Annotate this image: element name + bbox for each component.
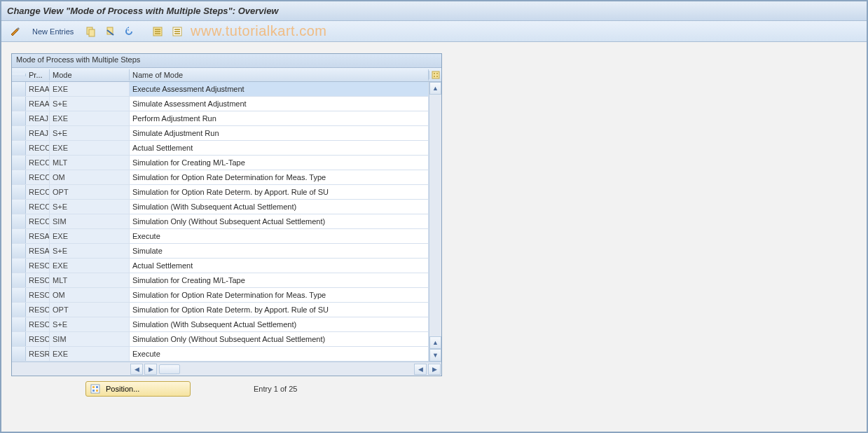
- table-row[interactable]: RECOSIMSimulation Only (Without Subseque…: [12, 214, 429, 229]
- table-row[interactable]: RESCEXEActual Settlement: [12, 259, 429, 273]
- row-selector[interactable]: [12, 317, 26, 331]
- row-selector[interactable]: [12, 332, 26, 346]
- scroll-down-icon[interactable]: ▼: [429, 349, 441, 362]
- scroll-left2-icon[interactable]: ◀: [414, 364, 427, 375]
- row-selector[interactable]: [12, 303, 26, 317]
- row-selector[interactable]: [12, 259, 26, 273]
- table-row[interactable]: RESAEXEExecute: [12, 229, 429, 244]
- cell-mode: OM: [50, 170, 130, 184]
- svg-rect-19: [96, 386, 98, 388]
- select-all-icon[interactable]: [149, 24, 166, 39]
- table-row[interactable]: RECOOMSimulation for Option Rate Determi…: [12, 170, 429, 185]
- scroll-right2-icon[interactable]: ▶: [428, 364, 441, 375]
- cell-name[interactable]: Actual Settlement: [130, 141, 429, 155]
- svg-rect-20: [92, 390, 95, 392]
- cell-pr: RESC: [26, 303, 50, 317]
- cell-name[interactable]: Actual Settlement: [130, 259, 429, 273]
- table-row[interactable]: REAJS+ESimulate Adjustment Run: [12, 126, 429, 141]
- delete-icon[interactable]: [102, 24, 118, 39]
- header-select[interactable]: [12, 74, 26, 76]
- row-selector[interactable]: [12, 347, 26, 361]
- svg-rect-16: [436, 76, 438, 77]
- cell-name[interactable]: Simulation Only (Without Subsequent Actu…: [130, 214, 429, 228]
- cell-name[interactable]: Simulation (With Subsequent Actual Settl…: [130, 317, 429, 331]
- cell-mode: OPT: [50, 185, 130, 199]
- table-row[interactable]: RESCS+ESimulation (With Subsequent Actua…: [12, 317, 429, 332]
- table-container: Mode of Process with Multiple Steps Pr..…: [11, 53, 442, 376]
- row-selector[interactable]: [12, 229, 26, 243]
- cell-name[interactable]: Simulation for Option Rate Determination…: [130, 288, 429, 302]
- table-row[interactable]: RESCSIMSimulation Only (Without Subseque…: [12, 332, 429, 347]
- cell-name[interactable]: Simulation for Option Rate Determination…: [130, 170, 429, 184]
- row-selector[interactable]: [12, 141, 26, 155]
- row-selector[interactable]: [12, 273, 26, 287]
- title-bar: Change View "Mode of Process with Multip…: [1, 1, 867, 21]
- copy-icon[interactable]: [82, 24, 99, 39]
- row-selector[interactable]: [12, 214, 26, 228]
- scroll-right-icon[interactable]: ▶: [144, 364, 157, 375]
- svg-rect-6: [155, 31, 160, 32]
- cell-name[interactable]: Simulation for Option Rate Determ. by Ap…: [130, 303, 429, 317]
- table-row[interactable]: REAJEXEPerform Adjustment Run: [12, 111, 429, 126]
- table-row[interactable]: RECOS+ESimulation (With Subsequent Actua…: [12, 200, 429, 214]
- cell-pr: REAA: [26, 97, 50, 111]
- cell-name[interactable]: Simulate Adjustment Run: [130, 126, 429, 140]
- cell-name[interactable]: Simulation (With Subsequent Actual Settl…: [130, 200, 429, 214]
- table-row[interactable]: RESREXEExecute: [12, 347, 429, 362]
- table-row[interactable]: RECOOPTSimulation for Option Rate Determ…: [12, 185, 429, 200]
- row-selector[interactable]: [12, 156, 26, 170]
- position-button[interactable]: Position...: [85, 381, 191, 397]
- scroll-up2-icon[interactable]: ▲: [429, 336, 441, 349]
- cell-name[interactable]: Execute Assessment Adjustment: [130, 82, 429, 96]
- cell-name[interactable]: Simulation Only (Without Subsequent Actu…: [130, 332, 429, 346]
- table-row[interactable]: RESAS+ESimulate: [12, 244, 429, 259]
- table-row[interactable]: REAAS+ESimulate Assessment Adjustment: [12, 97, 429, 111]
- row-selector[interactable]: [12, 82, 26, 96]
- svg-rect-7: [155, 33, 160, 34]
- table-row[interactable]: REAAEXEExecute Assessment Adjustment: [12, 82, 429, 97]
- header-name[interactable]: Name of Mode: [130, 69, 429, 81]
- cell-mode: EXE: [50, 141, 130, 155]
- position-icon: [90, 384, 100, 394]
- cell-name[interactable]: Execute: [130, 229, 429, 243]
- undo-icon[interactable]: [121, 24, 138, 39]
- svg-rect-1: [89, 29, 95, 36]
- table-config-icon[interactable]: [429, 71, 441, 79]
- horizontal-scrollbar[interactable]: ◀ ▶ ◀ ▶: [12, 362, 441, 376]
- vertical-scrollbar[interactable]: ▲ ▲ ▼: [429, 82, 441, 362]
- cell-mode: S+E: [50, 244, 130, 258]
- cell-name[interactable]: Simulate Assessment Adjustment: [130, 97, 429, 111]
- row-selector[interactable]: [12, 244, 26, 258]
- table-row[interactable]: RECOMLTSimulation for Creating M/L-Tape: [12, 156, 429, 170]
- row-selector[interactable]: [12, 170, 26, 184]
- new-entries-button[interactable]: New Entries: [27, 24, 79, 39]
- deselect-all-icon[interactable]: [169, 24, 186, 39]
- cell-mode: OM: [50, 288, 130, 302]
- new-entries-label: New Entries: [32, 27, 74, 36]
- cell-pr: RECO: [26, 156, 50, 170]
- row-selector[interactable]: [12, 97, 26, 111]
- row-selector[interactable]: [12, 126, 26, 140]
- scroll-left-icon[interactable]: ◀: [130, 364, 143, 375]
- cell-name[interactable]: Simulation for Creating M/L-Tape: [130, 156, 429, 170]
- table-row[interactable]: RESCOMSimulation for Option Rate Determi…: [12, 288, 429, 303]
- table-row[interactable]: RESCOPTSimulation for Option Rate Determ…: [12, 303, 429, 317]
- cell-name[interactable]: Perform Adjustment Run: [130, 111, 429, 125]
- header-pr[interactable]: Pr...: [26, 69, 50, 81]
- scroll-track[interactable]: [429, 95, 441, 336]
- cell-name[interactable]: Execute: [130, 347, 429, 361]
- row-selector[interactable]: [12, 200, 26, 214]
- cell-name[interactable]: Simulation for Option Rate Determ. by Ap…: [130, 185, 429, 199]
- table-row[interactable]: RESCMLTSimulation for Creating M/L-Tape: [12, 273, 429, 288]
- scroll-up-icon[interactable]: ▲: [429, 82, 441, 95]
- cell-name[interactable]: Simulation for Creating M/L-Tape: [130, 273, 429, 287]
- row-selector[interactable]: [12, 185, 26, 199]
- toggle-change-icon[interactable]: [7, 24, 24, 39]
- header-mode[interactable]: Mode: [50, 69, 130, 81]
- table-row[interactable]: RECOEXEActual Settlement: [12, 141, 429, 156]
- row-selector[interactable]: [12, 288, 26, 302]
- cell-pr: RESC: [26, 259, 50, 273]
- row-selector[interactable]: [12, 111, 26, 125]
- cell-name[interactable]: Simulate: [130, 244, 429, 258]
- hscroll-thumb[interactable]: [159, 364, 180, 374]
